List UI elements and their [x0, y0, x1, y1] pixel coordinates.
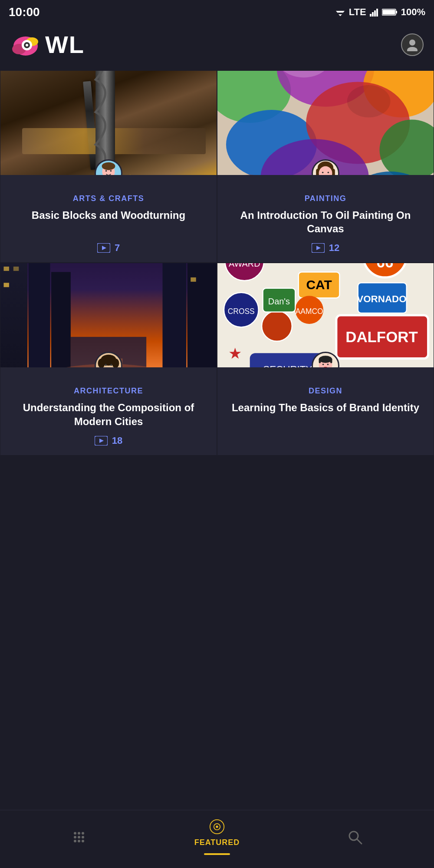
svg-rect-60	[29, 263, 50, 367]
svg-point-113	[262, 311, 292, 341]
svg-point-84	[105, 364, 107, 366]
svg-marker-87	[99, 439, 104, 443]
nav-active-indicator	[204, 853, 230, 855]
svg-point-16	[409, 40, 415, 46]
svg-marker-57	[316, 246, 321, 250]
svg-text:VORNADO: VORNADO	[357, 294, 407, 304]
card-content-brand: DESIGN Learning The Basics of Brand Iden…	[217, 367, 434, 455]
featured-icon	[209, 819, 225, 835]
svg-marker-32	[102, 246, 106, 250]
svg-point-133	[327, 364, 329, 366]
owl-bird-icon	[10, 30, 45, 60]
nav-featured[interactable]: FEATURED	[194, 819, 240, 855]
svg-point-132	[322, 364, 324, 366]
course-card-painting[interactable]: PAINTING An Introduction To Oil Painting…	[217, 70, 434, 263]
courses-grid: ARTS & CRAFTS Basic Blocks and Woodturni…	[0, 70, 434, 455]
card-title-painting: An Introduction To Oil Painting On Canva…	[226, 208, 425, 235]
signal-icon	[370, 8, 378, 17]
svg-rect-131	[330, 359, 332, 363]
svg-rect-69	[163, 263, 187, 367]
svg-text:AWARD: AWARD	[229, 263, 260, 268]
svg-text:CAT: CAT	[306, 278, 332, 292]
lte-label: LTE	[349, 7, 366, 18]
status-time: 10:00	[9, 5, 40, 19]
svg-point-28	[102, 162, 115, 170]
card-image-painting	[217, 71, 434, 175]
status-bar: 10:00 LTE 100%	[0, 0, 434, 23]
svg-rect-8	[396, 11, 397, 13]
card-category-cities: ARCHITECTURE	[74, 386, 143, 396]
card-image-cities	[0, 263, 217, 367]
nav-featured-label: FEATURED	[194, 838, 240, 847]
svg-point-139	[78, 836, 80, 838]
svg-point-135	[74, 832, 76, 835]
svg-point-143	[82, 840, 84, 842]
battery-icon	[382, 8, 398, 17]
svg-rect-61	[51, 272, 71, 368]
logo: WL	[10, 30, 85, 60]
svg-rect-3	[370, 14, 372, 17]
card-category-painting: PAINTING	[305, 194, 347, 203]
nav-search[interactable]	[347, 829, 363, 845]
svg-text:Dan's: Dan's	[268, 297, 290, 306]
svg-text:66: 66	[377, 263, 394, 271]
svg-rect-130	[319, 359, 321, 363]
video-play-icon	[97, 243, 110, 253]
svg-marker-2	[339, 14, 342, 16]
course-card-woodturning[interactable]: ARTS & CRAFTS Basic Blocks and Woodturni…	[0, 70, 217, 263]
card-lessons-cities: 18	[95, 435, 122, 446]
svg-rect-64	[3, 283, 9, 287]
card-title-brand: Learning The Basics of Brand Identity	[232, 401, 419, 414]
svg-point-140	[82, 836, 84, 838]
video-play-icon	[95, 436, 108, 446]
battery-percent: 100%	[401, 7, 425, 18]
svg-point-54	[328, 172, 329, 173]
svg-line-148	[357, 839, 362, 844]
svg-rect-4	[372, 12, 374, 17]
svg-rect-5	[374, 10, 376, 17]
profile-button[interactable]	[401, 33, 424, 56]
svg-rect-63	[13, 267, 19, 271]
nav-browse[interactable]	[71, 829, 87, 845]
svg-point-85	[110, 364, 112, 366]
svg-rect-6	[376, 9, 378, 17]
svg-text:SECURITY: SECURITY	[263, 364, 312, 367]
card-lessons-painting: 12	[312, 242, 339, 254]
lessons-count-woodturning: 7	[115, 242, 120, 254]
search-icon	[347, 829, 363, 845]
card-category-woodturning: ARTS & CRAFTS	[73, 194, 145, 203]
svg-point-46	[347, 85, 391, 118]
bottom-navigation: FEATURED	[0, 810, 434, 868]
svg-text:AAMCO: AAMCO	[296, 307, 323, 316]
card-title-woodturning: Basic Blocks and Woodturning	[32, 208, 185, 222]
logo-text: WL	[45, 33, 85, 57]
svg-rect-9	[382, 10, 395, 15]
card-image-brand: R SERVICE ★ 225 EAST DALFORT	[217, 263, 434, 367]
svg-point-53	[322, 172, 324, 173]
card-content-woodturning: ARTS & CRAFTS Basic Blocks and Woodturni…	[0, 175, 217, 262]
wifi-icon	[335, 8, 345, 16]
lessons-count-painting: 12	[329, 242, 339, 254]
svg-text:DALFORT: DALFORT	[345, 329, 418, 346]
svg-point-138	[74, 836, 76, 838]
person-icon	[406, 38, 419, 51]
card-image-woodturning	[0, 71, 217, 175]
svg-point-129	[319, 356, 332, 363]
svg-point-136	[78, 832, 80, 835]
course-card-brand[interactable]: R SERVICE ★ 225 EAST DALFORT	[217, 263, 434, 455]
svg-rect-73	[191, 277, 196, 282]
svg-point-17	[407, 47, 418, 51]
course-card-cities[interactable]: ARCHITECTURE Understanding the Compositi…	[0, 263, 217, 455]
card-title-cities: Understanding the Composition of Modern …	[9, 401, 208, 428]
svg-text:CROSS: CROSS	[228, 307, 255, 316]
browse-icon	[71, 829, 87, 845]
svg-rect-62	[3, 267, 9, 271]
svg-text:★: ★	[228, 345, 242, 362]
svg-point-142	[78, 840, 80, 842]
card-lessons-woodturning: 7	[97, 242, 120, 254]
lessons-count-cities: 18	[112, 435, 122, 446]
svg-point-137	[82, 832, 84, 835]
app-header: WL	[0, 23, 434, 70]
video-play-icon	[312, 243, 325, 253]
svg-point-29	[105, 170, 107, 172]
